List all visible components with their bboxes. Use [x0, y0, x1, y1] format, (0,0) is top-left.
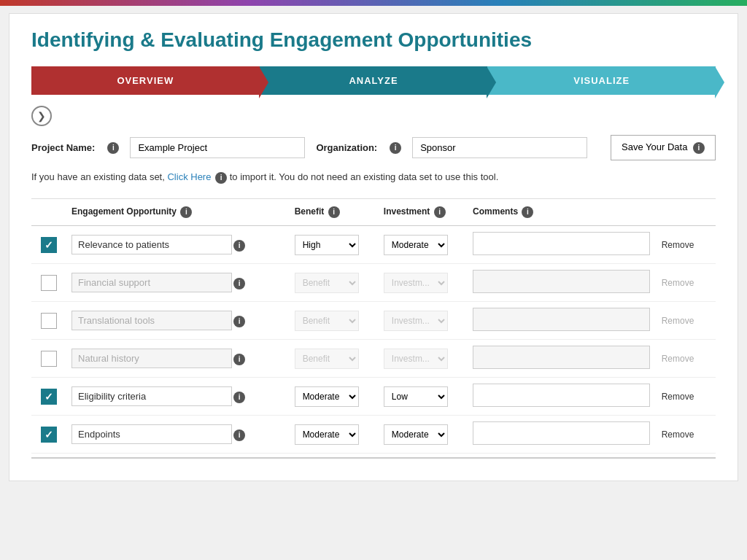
checkbox-cell: [31, 340, 66, 378]
project-name-input[interactable]: [130, 137, 305, 158]
benefit-header-info: i: [328, 206, 340, 218]
row-2-info-icon: i: [233, 278, 245, 289]
tab-visualize[interactable]: VISUALIZE: [487, 66, 716, 95]
project-form-row: Project Name: i Organization: i Save You…: [31, 135, 716, 160]
col-investment-header: Investment i: [378, 199, 467, 226]
row-3-checkbox[interactable]: [41, 313, 57, 329]
row-1-info-icon: i: [233, 240, 245, 252]
row-6-benefit-select[interactable]: HighModerateLow: [295, 424, 359, 445]
col-comments-header: Comments i: [467, 199, 656, 226]
row-4-checkbox[interactable]: [41, 351, 57, 367]
row-4-comments-input: [473, 346, 650, 369]
row-5-comments-input[interactable]: [473, 384, 650, 407]
row-2-remove-link[interactable]: Remove: [662, 278, 694, 288]
row-6-investment-select[interactable]: HighModerateLow: [384, 424, 448, 445]
row-1-remove-link[interactable]: Remove: [662, 240, 694, 250]
row-5-info-icon: i: [233, 392, 245, 403]
checkbox-cell: [31, 378, 66, 416]
nav-forward-arrow[interactable]: ❯: [31, 106, 52, 126]
tab-analyze[interactable]: ANALYZE: [260, 66, 488, 95]
project-name-info-icon: i: [107, 142, 119, 154]
row-2-benefit-select: Benefit: [295, 273, 359, 293]
table-bottom-border: [31, 457, 716, 459]
import-text: If you have an existing data set, Click …: [31, 171, 716, 184]
row-4-opportunity-input[interactable]: [71, 349, 232, 368]
table-header-row: Engagement Opportunity i Benefit i Inves…: [31, 199, 716, 226]
row-1-benefit-select[interactable]: HighModerateLow: [295, 235, 359, 255]
comments-header-info: i: [522, 206, 533, 218]
col-checkbox-header: [31, 199, 66, 226]
checkbox-cell: [31, 416, 66, 454]
row-1-checkbox[interactable]: [41, 237, 57, 253]
col-remove-header: [656, 199, 716, 226]
engagement-table: Engagement Opportunity i Benefit i Inves…: [31, 198, 716, 454]
row-4-investment-select: Investm...: [384, 349, 448, 369]
table-row: iBenefitInvestm...Remove: [31, 302, 716, 340]
row-5-opportunity-input[interactable]: [71, 386, 232, 406]
col-benefit-header: Benefit i: [289, 199, 378, 226]
row-4-remove-link[interactable]: Remove: [662, 354, 694, 364]
save-info-icon: i: [693, 142, 705, 154]
row-3-comments-input: [473, 308, 650, 331]
organization-input[interactable]: [412, 137, 587, 158]
row-4-benefit-select: Benefit: [295, 349, 359, 369]
organization-info-icon: i: [390, 142, 401, 154]
row-6-checkbox[interactable]: [41, 427, 57, 443]
table-row: iBenefitInvestm...Remove: [31, 264, 716, 302]
row-2-opportunity-input[interactable]: [71, 273, 232, 292]
checkbox-cell: [31, 264, 66, 302]
checkbox-cell: [31, 302, 66, 340]
row-1-comments-input[interactable]: [473, 232, 650, 255]
row-1-investment-select[interactable]: HighModerateLow: [384, 235, 448, 255]
row-6-opportunity-input[interactable]: [71, 424, 232, 444]
row-3-benefit-select: Benefit: [295, 311, 359, 331]
row-2-comments-input: [473, 270, 650, 293]
row-3-opportunity-input[interactable]: [71, 311, 232, 330]
row-3-info-icon: i: [233, 316, 245, 327]
row-6-comments-input[interactable]: [473, 421, 650, 445]
table-row: iHighModerateLowHighModerateLowRemove: [31, 226, 716, 264]
investment-header-info: i: [434, 206, 446, 218]
import-info-icon: i: [215, 172, 227, 184]
row-5-checkbox[interactable]: [41, 389, 57, 405]
import-link[interactable]: Click Here: [167, 171, 211, 182]
project-name-label: Project Name:: [31, 142, 95, 153]
row-5-benefit-select[interactable]: HighModerateLow: [295, 386, 359, 407]
tab-overview[interactable]: OVERVIEW: [31, 66, 260, 95]
opportunity-header-info: i: [180, 206, 192, 218]
table-row: iHighModerateLowHighModerateLowRemove: [31, 416, 716, 454]
row-4-info-icon: i: [233, 354, 245, 365]
row-2-checkbox[interactable]: [41, 275, 57, 291]
row-2-investment-select: Investm...: [384, 273, 448, 293]
row-3-investment-select: Investm...: [384, 311, 448, 331]
top-bar: [0, 0, 747, 6]
page-title: Identifying & Evaluating Engagement Oppo…: [31, 28, 716, 52]
checkbox-cell: [31, 226, 66, 264]
tab-navigation: OVERVIEW ANALYZE VISUALIZE: [31, 66, 716, 95]
save-data-button[interactable]: Save Your Data i: [611, 135, 716, 160]
row-6-remove-link[interactable]: Remove: [662, 429, 694, 440]
page-wrapper: Identifying & Evaluating Engagement Oppo…: [9, 13, 738, 481]
row-5-investment-select[interactable]: HighModerateLow: [384, 386, 448, 407]
row-1-opportunity-input[interactable]: [71, 235, 232, 254]
row-3-remove-link[interactable]: Remove: [662, 316, 694, 326]
row-6-info-icon: i: [233, 429, 245, 441]
table-row: iHighModerateLowHighModerateLowRemove: [31, 378, 716, 416]
col-opportunity-header: Engagement Opportunity i: [66, 199, 289, 226]
organization-label: Organization:: [316, 142, 377, 153]
row-5-remove-link[interactable]: Remove: [662, 392, 694, 402]
table-row: iBenefitInvestm...Remove: [31, 340, 716, 378]
